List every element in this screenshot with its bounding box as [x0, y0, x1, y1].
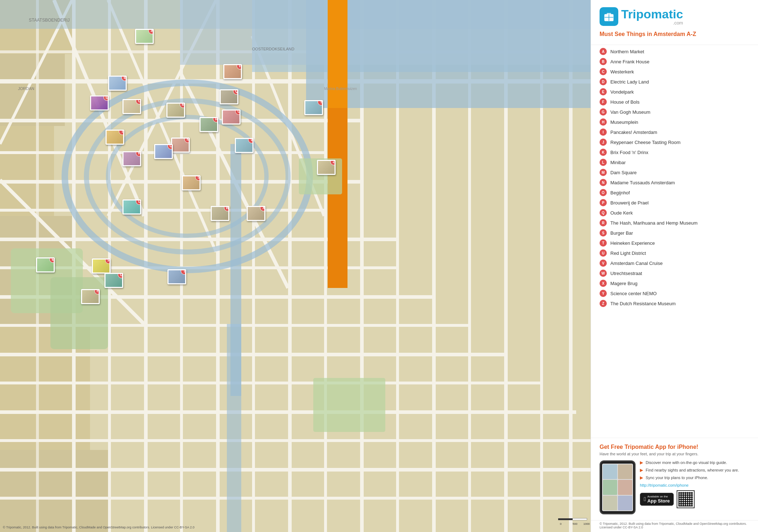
marker-F[interactable]: F	[92, 258, 111, 274]
attraction-name-C: Westerkerk	[610, 69, 634, 75]
map-footer-credit: © Tripomatic, 2012. Built using data fro…	[3, 526, 194, 529]
attraction-name-O: Begijnhof	[610, 190, 630, 195]
attraction-item-X[interactable]: XMagere Brug	[600, 278, 749, 288]
attraction-name-L: Minibar	[610, 160, 626, 165]
attraction-badge-S: S	[600, 229, 607, 236]
attraction-badge-G: G	[600, 108, 607, 116]
attraction-item-D[interactable]: DElectric Lady Land	[600, 77, 749, 87]
marker-D[interactable]: D	[90, 95, 109, 111]
phone-mockup	[600, 460, 636, 514]
attraction-badge-O: O	[600, 189, 607, 196]
marker-C[interactable]: C	[122, 99, 141, 114]
attraction-badge-F: F	[600, 98, 607, 105]
attraction-item-Q[interactable]: QOude Kerk	[600, 208, 749, 218]
app-store-name-label: App Store	[647, 498, 670, 504]
attraction-item-Z[interactable]: ZThe Dutch Resistance Museum	[600, 298, 749, 308]
sidebar-header: Tripomatic .com Must See Things in Amste…	[591, 0, 758, 45]
attraction-badge-P: P	[600, 199, 607, 206]
attraction-item-M[interactable]: MDam Square	[600, 167, 749, 177]
marker-U[interactable]: U	[222, 109, 241, 125]
promo-bullets: ▶ Discover more with on-the-go visual tr…	[640, 460, 749, 514]
attraction-item-O[interactable]: OBegijnhof	[600, 188, 749, 198]
attraction-item-J[interactable]: JReypenaer Cheese Tasting Room	[600, 137, 749, 147]
attraction-badge-W: W	[600, 270, 607, 277]
attraction-item-K[interactable]: KBrix Food 'n' Drinx	[600, 147, 749, 157]
attraction-item-G[interactable]: GVan Gogh Museum	[600, 107, 749, 117]
marker-V[interactable]: V	[235, 138, 254, 153]
phone-screen-grid	[602, 464, 633, 511]
attraction-item-V[interactable]: VAmsterdam Canal Cruise	[600, 258, 749, 268]
app-store-button[interactable]:  Available on the App Store	[640, 493, 674, 506]
bullet-text-3: Sync your trip plans to your iPhone.	[646, 475, 708, 480]
attraction-badge-U: U	[600, 249, 607, 257]
attraction-item-A[interactable]: ANorthern Market	[600, 46, 749, 57]
attraction-name-F: House of Bols	[610, 99, 640, 105]
marker-I[interactable]: I	[106, 130, 124, 145]
attraction-badge-B: B	[600, 58, 607, 65]
marker-W[interactable]: W	[211, 206, 229, 221]
attraction-item-L[interactable]: LMinibar	[600, 157, 749, 167]
marker-Z[interactable]: Z	[317, 160, 336, 175]
marker-N[interactable]: N	[171, 137, 190, 153]
marker-T[interactable]: T	[167, 269, 186, 284]
attraction-item-P[interactable]: PBrouwerij de Prael	[600, 198, 749, 208]
marker-M[interactable]: M	[166, 103, 185, 118]
attraction-badge-T: T	[600, 239, 607, 247]
marker-A[interactable]: A	[135, 29, 154, 44]
attraction-item-U[interactable]: URed Light District	[600, 248, 749, 258]
tripomatic-logo-icon	[600, 7, 618, 26]
marker-Q[interactable]: Q	[220, 89, 238, 104]
attraction-item-I[interactable]: IPancakes! Amsterdam	[600, 127, 749, 137]
attraction-name-U: Red Light District	[610, 251, 646, 256]
marker-Y[interactable]: Y	[304, 100, 323, 115]
logo-text: Tripomatic .com	[621, 8, 683, 26]
attractions-list: ANorthern MarketBAnne Frank HouseCWester…	[591, 45, 758, 438]
promo-title: Get Free Tripomatic App for iPhone!	[600, 444, 749, 450]
attraction-badge-Y: Y	[600, 290, 607, 297]
app-store-url[interactable]: http://tripomatic.com/iphone	[640, 483, 749, 487]
attraction-name-D: Electric Lady Land	[610, 79, 649, 85]
marker-R[interactable]: R	[199, 117, 218, 132]
attraction-badge-X: X	[600, 280, 607, 287]
promo-subtitle: Have the world at your feet, and your tr…	[600, 452, 749, 456]
marker-B[interactable]: B	[108, 76, 127, 91]
attraction-item-N[interactable]: NMadame Tussauds Amsterdam	[600, 177, 749, 188]
attraction-badge-N: N	[600, 179, 607, 186]
marker-H[interactable]: H	[81, 289, 100, 304]
marker-G[interactable]: G	[104, 273, 123, 288]
attraction-item-T[interactable]: THeineken Experience	[600, 238, 749, 248]
promo-rest: Tripomatic App for iPhone!	[624, 444, 698, 450]
promo-get: Get	[600, 444, 611, 450]
attraction-item-W[interactable]: WUtrechtsestraat	[600, 268, 749, 278]
attraction-item-B[interactable]: BAnne Frank House	[600, 57, 749, 67]
apple-icon: 	[644, 496, 646, 502]
attraction-item-R[interactable]: RThe Hash, Marihuana and Hemp Museum	[600, 218, 749, 228]
sidebar: Tripomatic .com Must See Things in Amste…	[591, 0, 758, 532]
marker-E[interactable]: E	[36, 257, 55, 272]
app-store-text: Available on the App Store	[647, 495, 670, 504]
marker-S[interactable]: S	[182, 175, 201, 190]
attraction-badge-Q: Q	[600, 209, 607, 216]
attraction-item-C[interactable]: CWesterkerk	[600, 67, 749, 77]
app-store-badge[interactable]:  Available on the App Store	[640, 490, 749, 508]
marker-O[interactable]: O	[154, 144, 173, 159]
marker-L[interactable]: L	[122, 199, 141, 215]
attraction-name-J: Reypenaer Cheese Tasting Room	[610, 140, 681, 145]
app-store-available-label: Available on the	[647, 495, 670, 498]
marker-P[interactable]: P	[223, 64, 242, 79]
attraction-name-I: Pancakes! Amsterdam	[610, 130, 657, 135]
phone-tile-5	[603, 496, 617, 510]
map-section: STAATSBOENDERIJ JORDAN OOSTERDOKSEILAND …	[0, 0, 591, 532]
logo-area: Tripomatic .com	[600, 7, 749, 26]
attraction-badge-E: E	[600, 88, 607, 95]
attraction-item-S[interactable]: SBurger Bar	[600, 228, 749, 238]
marker-X[interactable]: X	[247, 206, 265, 221]
attraction-item-F[interactable]: FHouse of Bols	[600, 97, 749, 107]
phone-tile-6	[618, 496, 632, 510]
attraction-item-E[interactable]: EVondelpark	[600, 87, 749, 97]
qr-code	[677, 490, 695, 508]
marker-K[interactable]: K	[122, 151, 141, 166]
attraction-item-Y[interactable]: YScience center NEMO	[600, 288, 749, 298]
attraction-item-H[interactable]: HMuseumplein	[600, 117, 749, 127]
attraction-badge-V: V	[600, 260, 607, 267]
